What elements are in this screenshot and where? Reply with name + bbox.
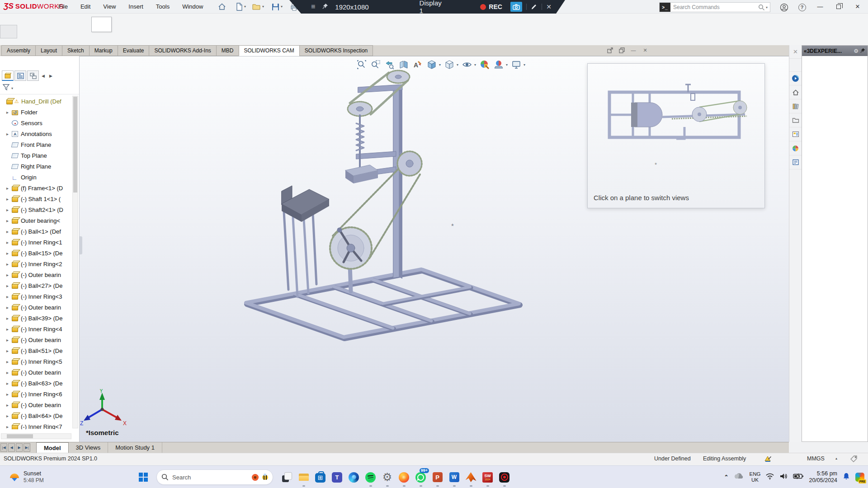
volume-icon[interactable] bbox=[779, 473, 788, 482]
popout-icon[interactable] bbox=[606, 46, 614, 54]
filter-funnel-icon[interactable] bbox=[3, 84, 10, 93]
recorder-pin-icon[interactable] bbox=[322, 3, 329, 11]
tree-item[interactable]: (-) Outer bearin bbox=[0, 269, 71, 280]
tree-item[interactable]: (-) Shaft2<1> (D bbox=[0, 204, 71, 215]
expand-arrow-icon[interactable] bbox=[6, 294, 11, 299]
task-pane-close-icon[interactable]: ✕ bbox=[789, 45, 802, 59]
expand-arrow-icon[interactable] bbox=[6, 197, 11, 202]
display-style-icon[interactable] bbox=[444, 59, 455, 70]
display-style-caret[interactable]: ▾ bbox=[457, 63, 458, 67]
appearances-scenes-icon[interactable] bbox=[789, 141, 802, 155]
new-document-caret[interactable]: ▾ bbox=[244, 5, 246, 9]
expand-arrow-icon[interactable] bbox=[6, 403, 11, 408]
new-document-button[interactable] bbox=[233, 1, 245, 12]
menu-item[interactable]: Window bbox=[176, 0, 209, 14]
expand-arrow-icon[interactable] bbox=[6, 381, 11, 386]
tree-item[interactable]: (f) Frame<1> (D bbox=[0, 183, 71, 193]
expand-arrow-icon[interactable] bbox=[6, 240, 11, 245]
tree-item[interactable]: (-) Inner Ring<6 bbox=[0, 389, 71, 399]
taskbar-app-spotify[interactable] bbox=[362, 467, 379, 488]
taskbar-app-edge[interactable] bbox=[345, 467, 362, 488]
command-tab[interactable]: SOLIDWORKS Add-Ins bbox=[149, 45, 216, 56]
expand-arrow-icon[interactable] bbox=[6, 316, 11, 321]
clock-widget[interactable]: 5:56 pm 20/05/2024 bbox=[809, 470, 837, 484]
tree-item[interactable]: (-) Inner Ring<3 bbox=[0, 291, 71, 302]
doc-tab[interactable]: 3D Views bbox=[69, 442, 108, 453]
filter-caret[interactable]: ▾ bbox=[11, 86, 13, 90]
tree-item[interactable]: (-) Outer bearin bbox=[0, 302, 71, 313]
menu-item[interactable]: Tools bbox=[150, 0, 176, 14]
view-orientation-icon[interactable] bbox=[426, 59, 437, 70]
doc-close-icon[interactable]: ✕ bbox=[641, 46, 649, 54]
annotate-pencil-button[interactable] bbox=[530, 3, 538, 10]
annotation-visibility-icon[interactable]: A bbox=[412, 59, 423, 70]
save-button[interactable] bbox=[269, 1, 281, 12]
tree-item[interactable]: (-) Ball<27> (De bbox=[0, 280, 71, 291]
search-icon[interactable] bbox=[758, 4, 765, 11]
units-selector[interactable]: MMGS bbox=[807, 455, 825, 462]
taskbar-app-teams[interactable] bbox=[329, 467, 345, 488]
expand-arrow-icon[interactable] bbox=[6, 110, 11, 115]
battery-icon[interactable] bbox=[793, 473, 804, 481]
help-button[interactable]: ? bbox=[797, 2, 807, 12]
taskbar-app-matlab[interactable] bbox=[462, 467, 479, 488]
notification-bell-icon[interactable] bbox=[842, 472, 850, 482]
tree-item[interactable]: Sensors bbox=[0, 117, 71, 128]
doc-tab[interactable]: Motion Study 1 bbox=[108, 442, 162, 453]
open-caret[interactable]: ▾ bbox=[262, 5, 264, 9]
doc-tab[interactable]: Model bbox=[36, 442, 69, 453]
next-tab-button[interactable]: ▶ bbox=[16, 443, 23, 452]
taskbar-app-word[interactable] bbox=[446, 467, 462, 488]
onedrive-cloud-icon[interactable] bbox=[734, 473, 745, 482]
language-indicator[interactable]: ENGUK bbox=[750, 471, 761, 483]
command-tab[interactable]: Sketch bbox=[62, 45, 90, 56]
expand-arrow-icon[interactable] bbox=[6, 283, 11, 288]
taskbar-app-file-explorer[interactable] bbox=[295, 467, 312, 488]
expand-arrow-icon[interactable] bbox=[6, 207, 11, 212]
tree-item[interactable]: (-) Inner Ring<4 bbox=[0, 324, 71, 334]
expand-arrow-icon[interactable] bbox=[6, 131, 11, 136]
tree-item[interactable]: (-) Ball<64> (De bbox=[0, 410, 71, 421]
record-button[interactable]: REC bbox=[480, 3, 502, 10]
hide-show-caret[interactable]: ▾ bbox=[474, 63, 476, 67]
custom-properties-icon[interactable] bbox=[789, 155, 802, 169]
wifi-icon[interactable] bbox=[765, 473, 774, 482]
hide-show-items-icon[interactable] bbox=[462, 59, 472, 70]
prev-tab-button[interactable]: ◀ bbox=[8, 443, 15, 452]
menu-item[interactable]: View bbox=[97, 0, 122, 14]
expand-arrow-icon[interactable] bbox=[6, 338, 11, 343]
tree-item[interactable]: (-) Inner Ring<7 bbox=[0, 421, 71, 429]
search-commands-input[interactable] bbox=[670, 4, 758, 10]
tree-item[interactable]: Outer bearing< bbox=[0, 215, 71, 226]
start-button[interactable] bbox=[136, 468, 151, 486]
menu-item[interactable]: File bbox=[52, 0, 74, 14]
tree-item[interactable]: (-) Inner Ring<5 bbox=[0, 356, 71, 367]
tree-item[interactable]: Front Plane bbox=[0, 139, 71, 150]
graphics-viewport[interactable]: A ▾ ▾ ▾ ▾ ▾ bbox=[80, 56, 789, 442]
taskbar-app-firefox[interactable] bbox=[396, 467, 412, 488]
tab-feature-tree[interactable] bbox=[2, 70, 14, 81]
file-explorer-tab-icon[interactable] bbox=[789, 113, 802, 127]
recorder-display[interactable]: Display 1 bbox=[420, 0, 443, 14]
view-settings-icon[interactable] bbox=[511, 59, 522, 70]
search-caret[interactable]: ▾ bbox=[766, 5, 768, 9]
taskbar-app-settings[interactable] bbox=[379, 467, 396, 488]
edit-appearance-icon[interactable] bbox=[479, 59, 490, 70]
expand-arrow-icon[interactable] bbox=[6, 424, 11, 429]
taskbar-app-task-view[interactable] bbox=[278, 467, 295, 488]
doc-restore-icon[interactable] bbox=[618, 46, 626, 54]
expand-arrow-icon[interactable] bbox=[6, 413, 11, 418]
expand-arrow-icon[interactable] bbox=[6, 229, 11, 234]
top-view-preview[interactable]: * bbox=[588, 64, 765, 177]
copilot-icon[interactable] bbox=[855, 473, 864, 482]
tab-property-manager[interactable] bbox=[14, 70, 26, 81]
panel-tab-right-arrow[interactable]: ▶ bbox=[47, 71, 54, 80]
tree-item[interactable]: Origin bbox=[0, 172, 71, 183]
design-library-icon[interactable] bbox=[789, 99, 802, 113]
expand-arrow-icon[interactable] bbox=[6, 186, 11, 191]
expand-arrow-icon[interactable] bbox=[6, 262, 11, 267]
tree-item[interactable]: Right Plane bbox=[0, 161, 71, 172]
zoom-to-fit-icon[interactable] bbox=[356, 59, 367, 70]
tree-item[interactable]: Folder bbox=[0, 107, 71, 117]
expand-arrow-icon[interactable] bbox=[6, 392, 11, 397]
